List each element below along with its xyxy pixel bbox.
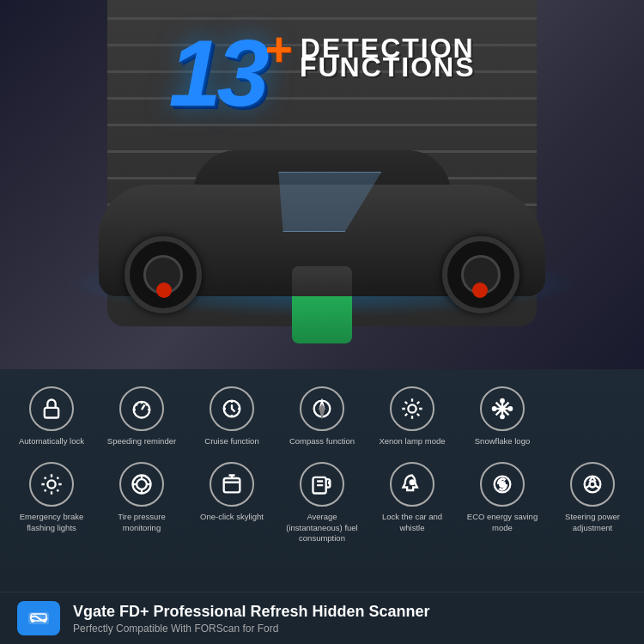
- feature-cruise: Cruise function: [189, 382, 275, 451]
- lock-whistle-label: Lock the car and whistle: [371, 512, 453, 533]
- snowflake-label: Snowflake logo: [475, 436, 530, 447]
- emergency-icon: [29, 462, 74, 507]
- main-container: 13 + DETECTION FUNCTIONS Automatically: [0, 0, 644, 644]
- compass-label: Compass function: [289, 436, 355, 447]
- svg-point-6: [408, 404, 416, 412]
- svg-point-25: [410, 481, 415, 485]
- auto-lock-label: Automatically lock: [19, 436, 84, 447]
- speeding-icon: [119, 386, 164, 431]
- bottom-text-container: Vgate FD+ Professional Refresh Hidden Sc…: [73, 603, 627, 635]
- lock-whistle-icon: [390, 462, 434, 507]
- svg-point-12: [501, 399, 504, 403]
- svg-point-28: [585, 477, 601, 493]
- feature-fuel: Average (instantaneous) fuel consumption: [279, 458, 365, 548]
- feature-snowflake: Snowflake logo: [459, 382, 545, 451]
- svg-point-18: [137, 480, 147, 490]
- bottom-logo: [17, 601, 60, 635]
- car-brake-left: [156, 283, 172, 298]
- car-wheel-right: [442, 236, 519, 313]
- svg-marker-5: [320, 406, 325, 416]
- svg-rect-0: [45, 408, 58, 418]
- bottom-bar: Vgate FD+ Professional Refresh Hidden Sc…: [0, 592, 644, 644]
- feature-auto-lock: Automatically lock: [9, 382, 94, 451]
- svg-point-29: [590, 482, 596, 488]
- title-plus: +: [265, 26, 293, 73]
- feature-emergency: Emergency brake flashing lights: [9, 458, 94, 548]
- svg-point-27: [500, 482, 505, 487]
- svg-line-33: [595, 486, 600, 489]
- feature-eco: ECO energy saving mode: [459, 458, 545, 548]
- bottom-subtitle: Perfectly Compatible With FORScan for Fo…: [73, 623, 627, 635]
- fuel-icon: [300, 462, 344, 507]
- feature-lock-whistle: Lock the car and whistle: [369, 458, 455, 548]
- feature-tire: Tire pressure monitoring: [99, 458, 185, 548]
- xenon-label: Xenon lamp mode: [379, 436, 445, 447]
- cruise-icon: [210, 386, 254, 431]
- feature-xenon: Xenon lamp mode: [369, 382, 455, 451]
- car-wheel-left: [125, 236, 202, 313]
- emergency-label: Emergency brake flashing lights: [10, 512, 93, 533]
- feature-speeding: Speeding reminder: [99, 382, 185, 451]
- snowflake-icon: [480, 386, 525, 431]
- skylight-icon: [210, 462, 254, 507]
- eco-label: ECO energy saving mode: [461, 512, 544, 533]
- eco-icon: [480, 462, 525, 507]
- svg-point-14: [493, 407, 496, 410]
- speeding-label: Speeding reminder: [107, 436, 176, 447]
- steering-icon: [570, 462, 615, 507]
- obd-top: [292, 266, 352, 296]
- svg-rect-23: [224, 478, 240, 492]
- xenon-icon: [390, 386, 434, 431]
- svg-point-1: [134, 402, 150, 418]
- bottom-title: Vgate FD+ Professional Refresh Hidden Sc…: [73, 603, 627, 621]
- obd-device: [292, 266, 352, 343]
- car-brake-right: [472, 283, 488, 298]
- fuel-label: Average (instantaneous) fuel consumption: [281, 512, 363, 544]
- steering-label: Steering power adjustment: [551, 512, 634, 533]
- compass-icon: [300, 386, 344, 431]
- tire-icon: [119, 462, 164, 507]
- features-section: Automatically lock Speeding reminder: [0, 369, 644, 592]
- top-section: 13 + DETECTION FUNCTIONS: [0, 0, 644, 369]
- svg-point-16: [47, 481, 55, 489]
- svg-line-32: [585, 486, 590, 489]
- svg-point-11: [501, 407, 505, 411]
- cruise-label: Cruise function: [204, 436, 258, 447]
- feature-steering: Steering power adjustment: [550, 458, 635, 548]
- feature-compass: Compass function: [279, 382, 365, 451]
- title-line2: FUNCTIONS: [300, 53, 476, 81]
- skylight-label: One-click skylight: [200, 512, 264, 522]
- obd-bottom: [292, 296, 352, 343]
- features-grid-row2: Emergency brake flashing lights Tire pre…: [9, 458, 635, 548]
- svg-point-15: [509, 407, 513, 410]
- svg-point-13: [501, 416, 504, 419]
- feature-skylight: One-click skylight: [189, 458, 275, 548]
- title-number: 13: [168, 26, 264, 120]
- tire-label: Tire pressure monitoring: [100, 512, 183, 533]
- features-grid-row1: Automatically lock Speeding reminder: [9, 382, 635, 451]
- auto-lock-icon: [29, 386, 74, 431]
- title-container: 13 + DETECTION FUNCTIONS: [168, 26, 475, 120]
